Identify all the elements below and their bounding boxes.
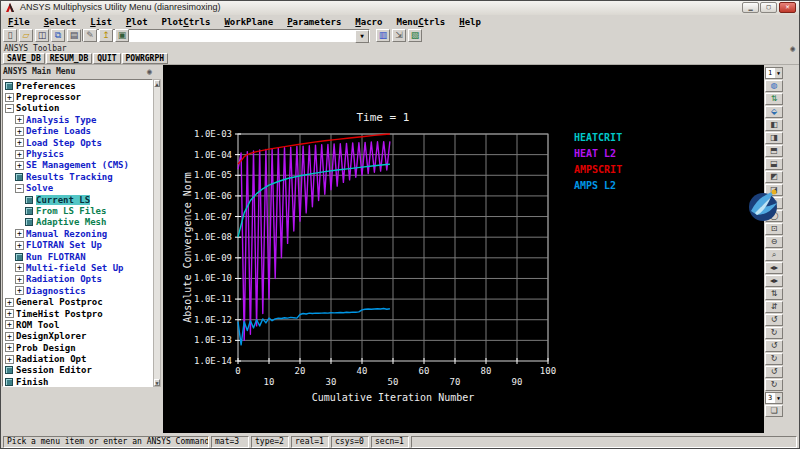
- zoom-out-icon[interactable]: ⊖: [765, 236, 783, 248]
- tree-item-session-editor[interactable]: Session Editor: [3, 365, 152, 376]
- tree-expand-icon[interactable]: +: [5, 309, 14, 318]
- tree-expand-icon[interactable]: +: [15, 263, 24, 272]
- tree-expand-icon[interactable]: +: [15, 115, 24, 124]
- menu-select[interactable]: Select: [37, 17, 84, 27]
- title-bar[interactable]: ANSYS Multiphysics Utility Menu (dianres…: [1, 1, 799, 16]
- scroll-up-icon[interactable]: ▲: [154, 80, 160, 87]
- zoom-back-icon[interactable]: ⌕: [765, 249, 783, 261]
- rotate-z-plus-icon[interactable]: ↺: [765, 366, 783, 378]
- tree-item-rom-tool[interactable]: +ROM Tool: [3, 319, 152, 330]
- tree-expand-icon[interactable]: +: [5, 332, 14, 341]
- menu-parameters[interactable]: Parameters: [280, 17, 348, 27]
- new-file-icon[interactable]: ▯: [3, 29, 17, 42]
- tree-item-designxplorer[interactable]: +DesignXplorer: [3, 331, 152, 342]
- rotate-z-minus-icon[interactable]: ↻: [765, 379, 783, 391]
- tree-item-physics[interactable]: +Physics: [3, 148, 152, 159]
- pen-icon[interactable]: ✎: [83, 29, 97, 42]
- toolbar-button-save_db[interactable]: SAVE_DB: [3, 53, 45, 64]
- close-button[interactable]: ✕: [779, 2, 796, 13]
- tree-expand-icon[interactable]: +: [15, 150, 24, 159]
- iso-view-icon[interactable]: ⬙: [765, 106, 783, 118]
- pan-right-icon[interactable]: ◂▸: [765, 275, 783, 287]
- context-dropdown[interactable]: 1▼: [765, 67, 783, 79]
- tree-expand-icon[interactable]: +: [15, 127, 24, 136]
- front-view-icon[interactable]: ◧: [765, 119, 783, 131]
- scroll-down-icon[interactable]: ▼: [154, 379, 160, 386]
- tree-item-from-ls-files[interactable]: From LS Files: [3, 205, 152, 216]
- pan-down-icon[interactable]: ⇵: [765, 301, 783, 313]
- rotate-y-minus-icon[interactable]: ↻: [765, 353, 783, 365]
- fit-view-icon[interactable]: ❏: [765, 405, 783, 417]
- tree-expand-icon[interactable]: +: [5, 343, 14, 352]
- toolbar-button-resum_db[interactable]: RESUM_DB: [46, 53, 93, 64]
- tree-item-multi-field-set-up[interactable]: +Multi-field Set Up: [3, 262, 152, 273]
- menu-plot[interactable]: Plot: [119, 17, 155, 27]
- command-dropdown-icon[interactable]: ▼: [355, 30, 369, 43]
- tree-item-flotran-set-up[interactable]: +FLOTRAN Set Up: [3, 239, 152, 250]
- left-view-icon[interactable]: ◩: [765, 171, 783, 183]
- tree-item-general-postproc[interactable]: +General Postproc: [3, 296, 152, 307]
- tree-expand-icon[interactable]: +: [5, 355, 14, 364]
- menu-file[interactable]: File: [1, 17, 37, 27]
- tree-item-analysis-type[interactable]: +Analysis Type: [3, 114, 152, 125]
- tree-collapse-icon[interactable]: −: [5, 104, 14, 113]
- model-refresh-icon[interactable]: ⇅: [765, 93, 783, 105]
- menu-workplane[interactable]: WorkPlane: [217, 17, 280, 27]
- toolbar-button-quit[interactable]: QUIT: [93, 53, 120, 64]
- tree-expand-icon[interactable]: +: [15, 161, 24, 170]
- tree-expand-icon[interactable]: +: [5, 93, 14, 102]
- rate-dropdown[interactable]: 3▼: [765, 392, 783, 404]
- reset-picking-icon[interactable]: ⇲: [392, 29, 406, 42]
- tree-item-solution[interactable]: −Solution: [3, 103, 152, 114]
- rotate-y-plus-icon[interactable]: ↺: [765, 340, 783, 352]
- menu-list[interactable]: List: [83, 17, 119, 27]
- tree-item-load-step-opts[interactable]: +Load Step Opts: [3, 137, 152, 148]
- tree-item-diagnostics[interactable]: +Diagnostics: [3, 285, 152, 296]
- toolbar-pin-icon[interactable]: ◉: [790, 44, 795, 53]
- pan-up-icon[interactable]: ⇅: [765, 288, 783, 300]
- copy-icon[interactable]: ⧉: [51, 29, 65, 42]
- dynamic-rotate-icon[interactable]: ◍: [765, 80, 783, 92]
- tree-item-timehist-postpro[interactable]: +TimeHist Postpro: [3, 308, 152, 319]
- maximize-button[interactable]: ▢: [760, 2, 777, 13]
- menu-menuctrls[interactable]: MenuCtrls: [389, 17, 452, 27]
- top-view-icon[interactable]: ⬒: [765, 145, 783, 157]
- minimize-button[interactable]: ▁: [742, 2, 759, 13]
- tree-scrollbar[interactable]: ▲ ▼: [153, 79, 161, 387]
- tree-item-preferences[interactable]: Preferences: [3, 80, 152, 91]
- up-arrow-icon[interactable]: ↥: [99, 29, 113, 42]
- tree-item-preprocessor[interactable]: +Preprocessor: [3, 91, 152, 102]
- pan-left-icon[interactable]: ◂▸: [765, 262, 783, 274]
- print-icon[interactable]: ▤: [67, 29, 81, 42]
- raise-hidden-icon[interactable]: ▥: [376, 29, 390, 42]
- tree-item-se-management-cms-[interactable]: +SE Management (CMS): [3, 160, 152, 171]
- tree-item-adaptive-mesh[interactable]: Adaptive Mesh: [3, 217, 152, 228]
- back-view-icon[interactable]: ◨: [765, 132, 783, 144]
- menu-help[interactable]: Help: [452, 17, 488, 27]
- bottom-view-icon[interactable]: ⬓: [765, 158, 783, 170]
- graphics-window[interactable]: Time = 11.0E-031.0E-041.0E-051.0E-061.0E…: [163, 65, 764, 433]
- open-file-icon[interactable]: ▱: [19, 29, 33, 42]
- tree-expand-icon[interactable]: +: [5, 320, 14, 329]
- rotate-x-minus-icon[interactable]: ↻: [765, 327, 783, 339]
- tree-item-results-tracking[interactable]: Results Tracking: [3, 171, 152, 182]
- tree-item-prob-design[interactable]: +Prob Design: [3, 342, 152, 353]
- tree-expand-icon[interactable]: +: [15, 286, 24, 295]
- tree-expand-icon[interactable]: +: [15, 275, 24, 284]
- tree-item-radiation-opt[interactable]: +Radiation Opt: [3, 353, 152, 364]
- tree-expand-icon[interactable]: +: [5, 298, 14, 307]
- main-menu-pin-icon[interactable]: ◉: [147, 67, 152, 76]
- image-icon[interactable]: ▣: [115, 29, 129, 42]
- tree-item-run-flotran[interactable]: Run FLOTRAN: [3, 251, 152, 262]
- tree-item-solve[interactable]: −Solve: [3, 183, 152, 194]
- tree-item-finish[interactable]: Finish: [3, 376, 152, 387]
- tree-item-radiation-opts[interactable]: +Radiation Opts: [3, 274, 152, 285]
- tree-item-manual-rezoning[interactable]: +Manual Rezoning: [3, 228, 152, 239]
- tree-expand-icon[interactable]: +: [15, 229, 24, 238]
- tree-item-current-ls[interactable]: Current LS: [3, 194, 152, 205]
- save-icon[interactable]: ◫: [35, 29, 49, 42]
- tree-collapse-icon[interactable]: −: [15, 184, 24, 193]
- contact-manager-icon[interactable]: ▧: [408, 29, 422, 42]
- tree-expand-icon[interactable]: +: [15, 138, 24, 147]
- menu-plotctrls[interactable]: PlotCtrls: [155, 17, 218, 27]
